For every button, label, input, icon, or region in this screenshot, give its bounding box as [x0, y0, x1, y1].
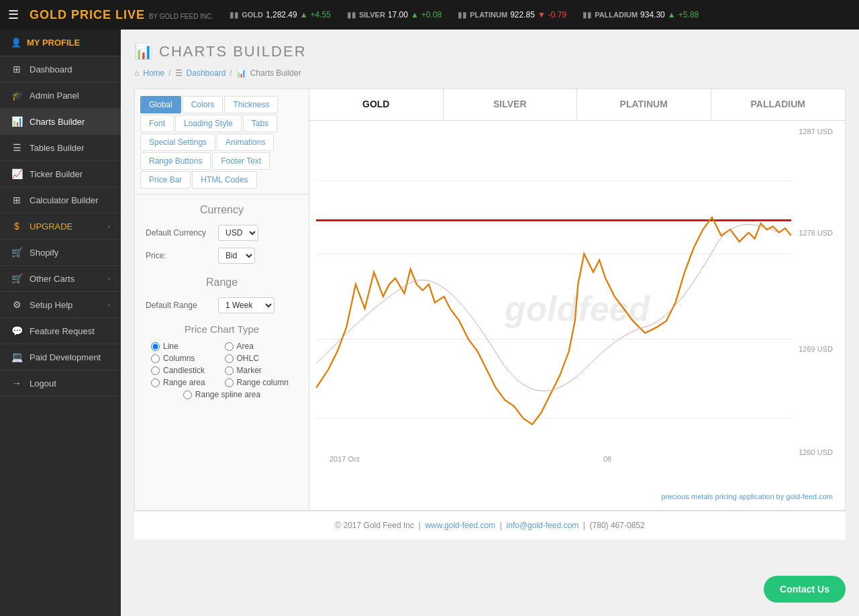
y-label-1260: 1260 USD — [799, 448, 833, 456]
footer: © 2017 Gold Feed Inc | www.gold-feed.com… — [134, 511, 846, 540]
tab-html-codes[interactable]: HTML Codes — [192, 171, 256, 189]
sidebar-item-calculator-builder[interactable]: ⊞ Calculator Builder — [0, 187, 121, 213]
contact-us-button[interactable]: Contact Us — [764, 576, 846, 603]
chart-type-section: Price Chart Type Line Area Columns — [135, 317, 309, 402]
price-label: Price: — [146, 251, 213, 260]
profile-section[interactable]: 👤 MY PROFILE — [0, 30, 121, 56]
chart-svg — [316, 127, 791, 490]
chart-type-grid: Line Area Columns OHLC — [146, 339, 298, 402]
tab-animations[interactable]: Animations — [217, 134, 274, 151]
tab-loading-style[interactable]: Loading Style — [175, 115, 242, 132]
chart-svg-wrapper: 1287 USD 1278 USD 1269 USD 1260 USD 2017… — [316, 127, 838, 490]
radio-columns-input[interactable] — [151, 354, 160, 363]
calculator-icon: ⊞ — [11, 195, 23, 205]
admin-icon: 🎓 — [11, 90, 23, 101]
footer-copyright: © 2017 Gold Feed Inc — [335, 521, 414, 530]
radio-ohlc: OHLC — [225, 354, 293, 363]
currency-section-title: Currency — [135, 195, 309, 221]
tab-colors[interactable]: Colors — [183, 96, 223, 113]
breadcrumb-current: Charts Builder — [250, 68, 301, 78]
chevron-right-icon: › — [108, 301, 110, 309]
settings-tabs: Global Colors Thickness Font Loading Sty… — [135, 96, 309, 195]
currency-select[interactable]: USD CAD EUR GBP — [218, 225, 258, 241]
profile-label: MY PROFILE — [27, 38, 80, 48]
chart-type-title: Price Chart Type — [146, 317, 298, 339]
dashboard-icon-bc: ☰ — [175, 68, 183, 78]
tab-footer-text[interactable]: Footer Text — [212, 152, 270, 170]
footer-email[interactable]: info@gold-feed.com — [507, 521, 579, 530]
sidebar-item-label: Charts Builder — [30, 117, 85, 127]
metal-tab-platinum[interactable]: PLATINUM — [577, 89, 711, 120]
footer-website[interactable]: www.gold-feed.com — [425, 521, 495, 530]
radio-range-column-input[interactable] — [225, 378, 234, 387]
price-select[interactable]: Bid Ask Mid — [218, 248, 255, 264]
sidebar-item-label: Setup Help — [30, 300, 72, 310]
chevron-right-icon: › — [108, 223, 110, 230]
sidebar-item-feature-request[interactable]: 💬 Feature Request — [0, 318, 121, 344]
sidebar-item-label: Admin Panel — [30, 91, 79, 101]
tab-range-buttons[interactable]: Range Buttons — [140, 152, 211, 170]
tab-global[interactable]: Global — [140, 96, 181, 113]
gold-price: ▮▮ GOLD 1,282.49 ▲ +4.55 — [230, 10, 331, 19]
breadcrumb-dashboard[interactable]: Dashboard — [187, 68, 226, 78]
sidebar-item-label: Shopify — [30, 248, 58, 258]
sidebar-item-paid-development[interactable]: 💻 Paid Development — [0, 344, 121, 370]
metal-tab-gold[interactable]: GOLD — [309, 89, 444, 120]
radio-marker-input[interactable] — [225, 366, 234, 375]
radio-candlestick-input[interactable] — [151, 366, 160, 375]
radio-line: Line — [151, 342, 219, 351]
sidebar-item-tables-builder[interactable]: ☰ Tables Builder — [0, 135, 121, 161]
range-select[interactable]: 1 Day 1 Week 1 Month 3 Months 6 Months 1… — [218, 297, 274, 313]
tab-tabs[interactable]: Tabs — [243, 115, 277, 132]
home-icon: ⌂ — [134, 68, 139, 78]
tab-font[interactable]: Font — [140, 115, 174, 132]
range-row: Default Range 1 Day 1 Week 1 Month 3 Mon… — [135, 294, 309, 317]
hamburger-icon[interactable]: ☰ — [8, 7, 19, 22]
builder-container: Global Colors Thickness Font Loading Sty… — [134, 89, 846, 511]
metal-tab-silver[interactable]: SILVER — [444, 89, 578, 120]
sidebar-item-ticker-builder[interactable]: 📈 Ticker Builder — [0, 161, 121, 187]
right-panel: GOLD SILVER PLATINUM PALLADIUM 1287 USD … — [309, 89, 845, 510]
radio-line-input[interactable] — [151, 342, 160, 351]
charts-icon-bc: 📊 — [236, 68, 246, 78]
tab-special-settings[interactable]: Special Settings — [140, 134, 215, 151]
radio-ohlc-input[interactable] — [225, 354, 234, 363]
breadcrumb-home[interactable]: Home — [143, 68, 164, 78]
radio-area-input[interactable] — [225, 342, 234, 351]
radio-area: Area — [225, 342, 293, 351]
sidebar: 👤 MY PROFILE ⊞ Dashboard 🎓 Admin Panel 📊… — [0, 30, 121, 616]
sidebar-item-label: Other Carts — [30, 274, 74, 284]
sidebar-item-setup-help[interactable]: ⚙ Setup Help › — [0, 292, 121, 318]
profile-icon: 👤 — [11, 38, 21, 48]
sidebar-item-label: Calculator Builder — [30, 195, 99, 205]
logout-icon: → — [11, 378, 23, 389]
tab-thickness[interactable]: Thickness — [224, 96, 278, 113]
sidebar-item-shopify[interactable]: 🛒 Shopify — [0, 240, 121, 266]
sidebar-item-label: Tables Builder — [30, 143, 85, 153]
chart-area: 1287 USD 1278 USD 1269 USD 1260 USD 2017… — [309, 121, 845, 510]
sidebar-item-label: Logout — [30, 378, 56, 389]
radio-marker: Marker — [225, 366, 293, 375]
sidebar-item-logout[interactable]: → Logout — [0, 370, 121, 397]
tab-price-bar[interactable]: Price Bar — [140, 171, 191, 189]
radio-range-area-input[interactable] — [151, 378, 160, 387]
metal-tab-palladium[interactable]: PALLADIUM — [711, 89, 846, 120]
sidebar-item-admin-panel[interactable]: 🎓 Admin Panel — [0, 83, 121, 109]
sidebar-item-label: Dashboard — [30, 64, 72, 74]
upgrade-icon: $ — [11, 221, 23, 232]
currency-row: Default Currency USD CAD EUR GBP — [135, 221, 309, 244]
page-title: CHARTS BUILDER — [159, 43, 307, 60]
sidebar-item-other-carts[interactable]: 🛒 Other Carts › — [0, 266, 121, 292]
site-title: GOLD PRICE LIVE BY GOLD FEED INC. — [30, 8, 213, 22]
chart-attribution: precious metals pricing application by g… — [316, 490, 838, 503]
sidebar-item-dashboard[interactable]: ⊞ Dashboard — [0, 56, 121, 83]
platinum-price: ▮▮ PLATINUM 922.85 ▼ -0.79 — [458, 10, 566, 19]
topbar: ☰ GOLD PRICE LIVE BY GOLD FEED INC. ▮▮ G… — [0, 0, 859, 30]
charts-builder-icon: 📊 — [134, 43, 152, 60]
radio-candlestick: Candlestick — [151, 366, 219, 375]
radio-range-spline-area-input[interactable] — [183, 391, 192, 399]
sidebar-item-charts-builder[interactable]: 📊 Charts Builder — [0, 109, 121, 135]
sidebar-item-upgrade[interactable]: $ UPGRADE › — [0, 213, 121, 240]
metal-tabs: GOLD SILVER PLATINUM PALLADIUM — [309, 89, 845, 121]
chevron-right-icon: › — [108, 275, 110, 283]
